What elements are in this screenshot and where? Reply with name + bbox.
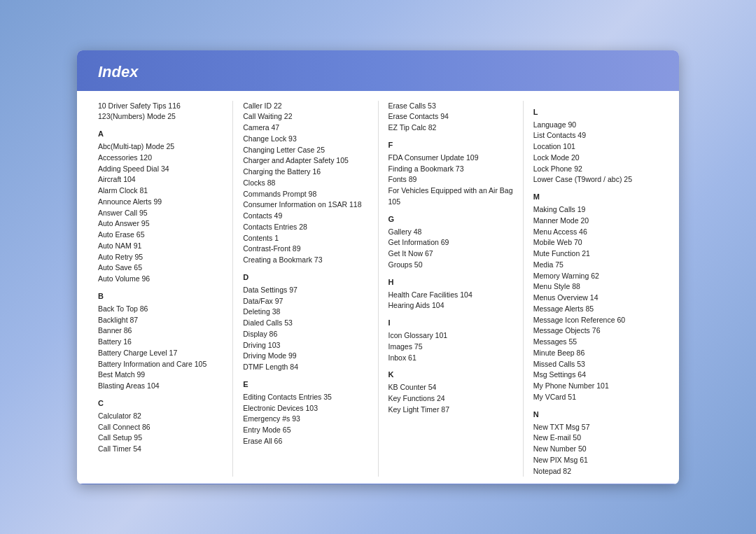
index-entry: Display 86	[243, 329, 368, 340]
index-entry: Fonts 89	[388, 174, 513, 185]
page-container: Index 10 Driver Safety Tips 116123(Numbe…	[77, 50, 679, 484]
index-entry: Message Objects 76	[533, 325, 658, 337]
index-entry: Changing Letter Case 25	[243, 145, 368, 156]
section-letter-C: C	[98, 398, 223, 409]
index-entry: Contents 1	[243, 233, 368, 244]
index-column-1: 10 Driver Safety Tips 116123(Numbers) Mo…	[91, 101, 230, 477]
index-entry: Missed Calls 53	[533, 359, 658, 370]
index-entry: Groups 50	[388, 260, 513, 271]
index-entry: Language 90	[533, 120, 658, 131]
index-entry: Backlight 87	[98, 315, 223, 326]
index-entry: Erase Contacts 94	[388, 111, 513, 122]
index-entry: Call Setup 95	[98, 433, 223, 444]
section-letter-K: K	[388, 369, 513, 381]
index-entry: Call Connect 86	[98, 422, 223, 433]
index-entry: Calculator 82	[98, 411, 223, 422]
index-entry: Best Match 99	[98, 370, 223, 381]
section-letter-H: H	[388, 276, 513, 288]
index-entry: Caller ID 22	[243, 101, 368, 112]
index-entry: Deleting 38	[243, 307, 368, 318]
index-entry: Message Alerts 85	[533, 304, 658, 315]
index-entry: Dialed Calls 53	[243, 318, 368, 329]
index-entry: Charging the Battery 16	[243, 167, 368, 178]
index-entry: Charger and Adapter Safety 105	[243, 155, 368, 167]
index-entry: Mute Function 21	[533, 248, 658, 260]
index-entry: For Vehicles Equipped with an Air Bag 10…	[388, 185, 513, 208]
index-entry: Get It Now 67	[388, 248, 513, 260]
index-entry: Call Waiting 22	[243, 111, 368, 122]
index-entry: 123(Numbers) Mode 25	[98, 111, 223, 122]
index-entry: Minute Beep 86	[533, 348, 658, 359]
index-entry: New E-mail 50	[533, 433, 658, 444]
index-entry: Memory Warning 62	[533, 271, 658, 282]
index-entry: Auto Retry 95	[98, 252, 223, 263]
section-letter-N: N	[533, 409, 658, 421]
index-entry: Back To Top 86	[98, 304, 223, 315]
index-entry: Messages 55	[533, 337, 658, 348]
index-entry: Creating a Bookmark 73	[243, 255, 368, 266]
section-letter-L: L	[533, 106, 658, 118]
index-entry: Consumer Information on 1SAR 118	[243, 199, 368, 211]
index-entry: New TXT Msg 57	[533, 422, 658, 433]
section-letter-B: B	[98, 290, 223, 302]
index-entry: FDA Consumer Update 109	[388, 153, 513, 164]
index-column-2: Caller ID 22Call Waiting 22Camera 47Chan…	[236, 101, 374, 477]
index-entry: Alarm Clock 81	[98, 185, 223, 197]
index-entry: Inbox 61	[388, 353, 513, 364]
index-entry: Camera 47	[243, 122, 368, 134]
index-entry: Data/Fax 97	[243, 296, 368, 307]
index-entry: Blasting Areas 104	[98, 381, 223, 392]
index-entry: Announce Alerts 99	[98, 197, 223, 208]
page-content: 10 Driver Safety Tips 116123(Numbers) Mo…	[77, 91, 679, 484]
index-entry: New Number 50	[533, 444, 658, 455]
index-entry: Menus Overview 14	[533, 293, 658, 304]
column-divider	[232, 101, 233, 477]
page-header: Index	[77, 50, 679, 91]
index-entry: Message Icon Reference 60	[533, 315, 658, 326]
index-entry: Icon Glossary 101	[388, 330, 513, 342]
index-entry: Key Functions 24	[388, 393, 513, 405]
index-entry: Driving 103	[243, 340, 368, 351]
index-entry: Auto Erase 65	[98, 230, 223, 241]
index-entry: Lock Mode 20	[533, 153, 658, 164]
index-column-3: Erase Calls 53Erase Contacts 94EZ Tip Ca…	[382, 101, 520, 477]
section-letter-A: A	[98, 128, 223, 140]
section-letter-D: D	[243, 272, 368, 283]
index-entry: Erase All 66	[243, 436, 368, 447]
index-entry: Auto Answer 95	[98, 218, 223, 230]
index-entry: Lock Phone 92	[533, 164, 658, 175]
index-entry: Mobile Web 70	[533, 237, 658, 248]
section-letter-E: E	[243, 379, 368, 391]
index-entry: Auto Volume 96	[98, 274, 223, 285]
index-entry: DTMF Length 84	[243, 362, 368, 373]
index-entry: Menu Style 88	[533, 281, 658, 293]
index-entry: Call Timer 54	[98, 444, 223, 455]
index-entry: Editing Contacts Entries 35	[243, 392, 368, 403]
index-entry: Making Calls 19	[533, 204, 658, 216]
index-entry: EZ Tip Calc 82	[388, 122, 513, 134]
page-title: Index	[98, 63, 138, 80]
index-entry: 10 Driver Safety Tips 116	[98, 101, 223, 112]
index-entry: Key Light Timer 87	[388, 405, 513, 416]
index-entry: Battery Information and Care 105	[98, 359, 223, 370]
section-letter-M: M	[533, 191, 658, 203]
index-entry: Driving Mode 99	[243, 351, 368, 362]
index-entry: Battery 16	[98, 337, 223, 348]
index-entry: Change Lock 93	[243, 134, 368, 145]
index-entry: Answer Call 95	[98, 208, 223, 219]
index-entry: Contacts 49	[243, 211, 368, 222]
section-letter-F: F	[388, 139, 513, 151]
index-entry: Banner 86	[98, 325, 223, 337]
index-entry: Hearing Aids 104	[388, 300, 513, 311]
index-entry: Health Care Facilities 104	[388, 290, 513, 301]
index-entry: Data Settings 97	[243, 285, 368, 296]
index-entry: Clocks 88	[243, 178, 368, 189]
index-entry: Images 75	[388, 342, 513, 353]
index-entry: Auto Save 65	[98, 262, 223, 274]
index-entry: Notepad 82	[533, 466, 658, 477]
index-entry: My Phone Number 101	[533, 381, 658, 392]
column-divider	[523, 101, 524, 477]
index-entry: Gallery 48	[388, 227, 513, 238]
index-entry: Media 75	[533, 260, 658, 271]
index-entry: My VCard 51	[533, 392, 658, 403]
